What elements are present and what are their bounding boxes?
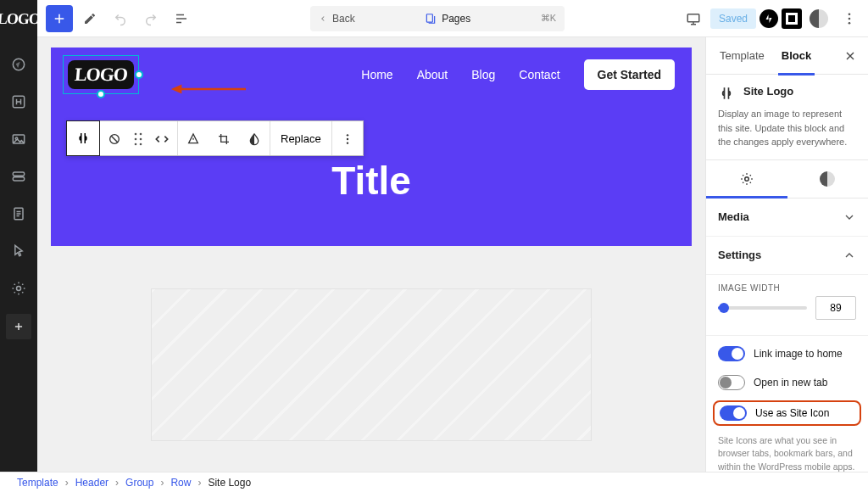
document-switcher[interactable]: Back Pages ⌘K	[310, 6, 565, 31]
editor-canvas[interactable]: LOGO Home About Blog Contact Get Started	[37, 37, 705, 472]
rail-buttons[interactable]	[0, 158, 37, 195]
settings-sidebar: Template Block Site Logo Display an imag…	[705, 37, 868, 472]
site-brand[interactable]: LOGO	[0, 0, 37, 37]
breadcrumb-item[interactable]: Group	[125, 477, 153, 489]
save-button[interactable]: Saved	[710, 8, 756, 29]
resize-handle-right[interactable]	[135, 70, 143, 79]
back-label: Back	[332, 13, 355, 25]
more-options-button[interactable]	[836, 5, 863, 32]
nav-menu: Home About Blog Contact Get Started	[361, 59, 675, 90]
view-desktop-button[interactable]	[680, 5, 707, 32]
close-sidebar-button[interactable]	[837, 43, 863, 69]
panel-settings[interactable]: Settings	[706, 237, 868, 275]
image-width-input[interactable]	[815, 296, 856, 320]
svg-point-17	[140, 133, 142, 136]
drag-handle[interactable]	[130, 121, 147, 157]
subtab-settings[interactable]	[706, 160, 787, 198]
svg-point-4	[849, 21, 851, 24]
svg-point-16	[135, 133, 137, 136]
svg-point-23	[347, 138, 348, 140]
breadcrumb-item[interactable]: Template	[17, 477, 58, 489]
add-block-button[interactable]	[46, 5, 73, 32]
svg-point-20	[135, 143, 137, 146]
svg-rect-10	[13, 177, 24, 181]
nav-item[interactable]: Home	[361, 68, 392, 81]
toggle-new-tab[interactable]: Open in new tab	[706, 368, 868, 397]
block-description: Display an image to represent this site.…	[718, 107, 856, 149]
rail-add[interactable]	[6, 314, 31, 339]
settings-sidebar-toggle[interactable]	[782, 8, 802, 29]
drag-parent-button[interactable]	[99, 121, 130, 157]
move-buttons[interactable]	[147, 121, 177, 157]
tab-template[interactable]: Template	[711, 37, 773, 75]
svg-point-25	[745, 176, 749, 181]
subtab-styles[interactable]	[787, 160, 869, 198]
tab-block[interactable]: Block	[773, 37, 820, 75]
jetpack-icon[interactable]	[760, 9, 778, 28]
site-icon-help: Site Icons are what you see in browser t…	[706, 429, 868, 472]
rail-pointer[interactable]	[0, 232, 37, 270]
crop-button[interactable]	[209, 121, 239, 157]
breadcrumb-item[interactable]: Header	[75, 477, 108, 489]
site-logo-icon	[718, 85, 735, 102]
image-placeholder[interactable]	[151, 288, 592, 441]
header-block[interactable]: LOGO Home About Blog Contact Get Started	[51, 48, 692, 246]
doc-title: Pages	[442, 13, 470, 25]
page-title[interactable]: Title	[68, 158, 675, 204]
svg-point-22	[347, 134, 348, 136]
site-logo-block-selected[interactable]: LOGO	[68, 60, 134, 89]
shortcut-hint: ⌘K	[541, 13, 556, 24]
edit-tool-button[interactable]	[76, 5, 103, 32]
svg-rect-0	[426, 14, 432, 21]
image-width-slider[interactable]	[718, 306, 807, 310]
block-name: Site Logo	[743, 85, 793, 102]
breadcrumb-item[interactable]: Row	[170, 477, 191, 489]
block-toolbar: Replace	[66, 120, 364, 156]
resize-handle-bottom[interactable]	[97, 90, 105, 98]
duotone-button[interactable]	[239, 121, 270, 157]
pages-icon	[425, 13, 437, 25]
toggle-site-icon-highlighted[interactable]: Use as Site Icon	[713, 400, 861, 426]
image-width-label: IMAGE WIDTH	[718, 283, 856, 293]
rail-page[interactable]	[0, 195, 37, 232]
svg-point-19	[140, 138, 142, 141]
svg-point-2	[849, 13, 851, 15]
rail-image[interactable]	[0, 120, 37, 158]
block-breadcrumb: Template› Header› Group› Row› Site Logo	[0, 472, 868, 492]
editor-topbar: Back Pages ⌘K Saved	[37, 0, 868, 37]
replace-button[interactable]: Replace	[270, 121, 331, 155]
svg-point-21	[140, 143, 142, 146]
cta-button[interactable]: Get Started	[584, 59, 675, 90]
chevron-up-icon	[843, 249, 856, 262]
site-logo-image: LOGO	[74, 64, 128, 86]
site-brand-mark: LOGO	[0, 10, 41, 28]
nav-item[interactable]: Contact	[519, 68, 559, 81]
admin-rail	[0, 37, 37, 472]
chevron-down-icon	[843, 210, 856, 224]
svg-point-24	[347, 142, 348, 143]
annotation-arrow	[170, 81, 246, 98]
block-type-button[interactable]	[66, 120, 100, 156]
svg-marker-14	[171, 85, 182, 94]
toggle-link-home[interactable]: Link image to home	[706, 339, 868, 368]
nav-item[interactable]: Blog	[471, 68, 495, 81]
undo-button[interactable]	[107, 5, 134, 32]
styles-button[interactable]	[805, 5, 832, 32]
svg-rect-1	[687, 14, 699, 21]
svg-point-3	[849, 17, 851, 20]
nav-item[interactable]: About	[417, 68, 448, 81]
svg-point-18	[135, 138, 137, 141]
rail-settings[interactable]	[0, 270, 37, 307]
redo-button[interactable]	[137, 5, 164, 32]
panel-media[interactable]: Media	[706, 198, 868, 237]
rail-heading[interactable]	[0, 83, 37, 120]
document-overview-button[interactable]	[168, 5, 195, 32]
alt-text-button[interactable]	[178, 121, 209, 157]
block-more-button[interactable]	[332, 121, 363, 157]
svg-rect-9	[13, 172, 24, 176]
rail-navigation[interactable]	[0, 46, 37, 83]
breadcrumb-item-current: Site Logo	[208, 477, 251, 489]
svg-point-12	[17, 287, 21, 291]
